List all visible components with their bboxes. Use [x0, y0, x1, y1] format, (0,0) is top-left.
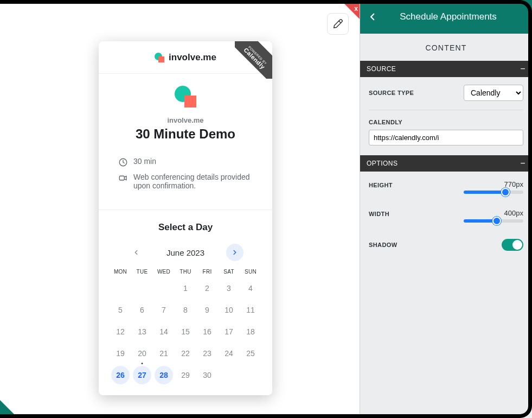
sidebar-header: Schedule Appointments	[360, 0, 532, 34]
close-corner-badge[interactable]: x	[344, 4, 360, 19]
calendar-day	[133, 279, 151, 297]
width-label: WIDTH	[369, 211, 389, 217]
month-label: June 2023	[166, 248, 204, 257]
slider-thumb[interactable]	[501, 188, 510, 197]
back-button[interactable]	[368, 12, 377, 22]
height-label: HEIGHT	[369, 182, 393, 188]
calendar-day: 21	[155, 344, 173, 363]
powered-by-ribbon: POWERED BY Calendly	[235, 41, 272, 79]
close-icon: x	[354, 5, 358, 12]
calendar-day: 13	[133, 322, 151, 341]
height-slider[interactable]	[464, 191, 523, 194]
calendar-day: 14	[155, 322, 173, 341]
chevron-right-icon	[231, 249, 239, 256]
calendar-day: 8	[176, 301, 195, 319]
dow-cell: THU	[175, 269, 196, 275]
next-month-button[interactable]	[226, 244, 243, 261]
calendar-day: 11	[241, 301, 260, 319]
calendar-day: 6	[133, 301, 151, 319]
calendar-day: 24	[220, 344, 238, 363]
calendar-day: 30	[198, 366, 216, 384]
svg-rect-1	[119, 176, 124, 180]
date-picker: Select a Day June 2023 MONTUEWEDTHUFRISA…	[99, 210, 272, 395]
chevron-left-icon	[132, 249, 140, 256]
sidebar-title: Schedule Appointments	[383, 11, 524, 22]
calendar-day: 17	[220, 322, 238, 341]
calendly-body: involve.me 30 Minute Demo 30 min Web con…	[99, 74, 272, 210]
calendar-day	[241, 366, 260, 384]
calendar-day[interactable]: 26	[111, 366, 130, 384]
dow-cell: SAT	[218, 269, 240, 275]
section-title-options: OPTIONS	[367, 160, 398, 167]
ribbon-big-text: Calendly	[235, 41, 272, 79]
chevron-left-icon	[368, 12, 377, 22]
picker-title: Select a Day	[110, 222, 261, 233]
section-header-options[interactable]: OPTIONS −	[360, 155, 532, 172]
calendar-day[interactable]: 27	[133, 366, 151, 384]
app-frame: x involve.me POWERED BY Calendly	[0, 0, 532, 418]
dow-cell: TUE	[131, 269, 153, 275]
calendar-day: 18	[241, 322, 260, 341]
calendar-day	[111, 279, 130, 297]
calendar-day: 12	[111, 322, 130, 341]
brush-icon	[332, 18, 344, 30]
company-name: involve.me	[118, 116, 253, 124]
dow-cell: WED	[153, 269, 175, 275]
dow-cell: SUN	[240, 269, 261, 275]
event-location-text: Web conferencing details provided upon c…	[133, 173, 253, 190]
section-title-source: SOURCE	[367, 65, 396, 73]
event-duration-text: 30 min	[133, 157, 156, 166]
calendar-day: 2	[198, 279, 216, 297]
involveme-brand-text: involve.me	[169, 52, 216, 63]
company-logo	[118, 86, 253, 107]
calendar-day	[155, 279, 173, 297]
involveme-brand: involve.me	[155, 52, 216, 63]
calendar-grid: 1234567891011121314151617181920212223242…	[110, 279, 261, 384]
calendar-day	[220, 366, 238, 384]
event-title: 30 Minute Demo	[118, 126, 253, 142]
height-value: 770px	[504, 180, 523, 188]
width-slider[interactable]	[464, 219, 523, 223]
dow-cell: FRI	[196, 269, 218, 275]
calendly-url-label: CALENDLY	[369, 119, 523, 125]
section-body-source: SOURCE TYPE Calendly CALENDLY	[360, 77, 532, 155]
calendar-day: 20	[133, 344, 151, 363]
dow-cell: MON	[110, 269, 131, 275]
calendly-url-input[interactable]	[369, 130, 523, 145]
clock-icon	[118, 157, 128, 167]
event-duration: 30 min	[118, 157, 253, 167]
video-icon	[118, 173, 128, 183]
prev-month-button[interactable]	[127, 244, 145, 261]
settings-sidebar: Schedule Appointments CONTENT SOURCE − S…	[360, 0, 532, 418]
width-value: 400px	[504, 209, 523, 217]
calendar-day: 19	[111, 344, 130, 363]
shadow-label: SHADOW	[369, 242, 398, 248]
month-nav: June 2023	[110, 244, 261, 261]
calendar-day: 25	[241, 344, 260, 363]
calendar-day: 10	[220, 301, 238, 319]
slider-thumb[interactable]	[492, 217, 501, 225]
calendar-day: 4	[241, 279, 260, 297]
calendar-day[interactable]: 28	[155, 366, 173, 384]
source-type-select[interactable]: Calendly	[464, 85, 523, 101]
calendar-day: 23	[198, 344, 216, 363]
bottom-left-corner-badge	[0, 400, 14, 414]
ribbon-small-text: POWERED BY	[248, 46, 268, 66]
involveme-mark-icon	[155, 53, 164, 62]
calendar-day: 1	[176, 279, 195, 297]
calendly-widget: involve.me POWERED BY Calendly involve.m…	[99, 41, 272, 395]
calendar-day: 15	[176, 322, 195, 341]
shadow-toggle[interactable]	[502, 239, 523, 251]
calendar-day: 5	[111, 301, 130, 319]
section-body-options: HEIGHT 770px WIDTH 400px	[360, 172, 532, 261]
calendar-day: 22	[176, 344, 195, 363]
section-header-source[interactable]: SOURCE −	[360, 61, 532, 77]
calendar-day: 7	[155, 301, 173, 319]
preview-pane: x involve.me POWERED BY Calendly	[0, 0, 360, 418]
calendar-day: 16	[198, 322, 216, 341]
source-type-label: SOURCE TYPE	[369, 90, 414, 96]
calendly-header: involve.me POWERED BY Calendly	[99, 41, 272, 74]
calendar-day: 29	[176, 366, 195, 384]
tab-content[interactable]: CONTENT	[360, 34, 532, 61]
day-of-week-header: MONTUEWEDTHUFRISATSUN	[110, 269, 261, 275]
